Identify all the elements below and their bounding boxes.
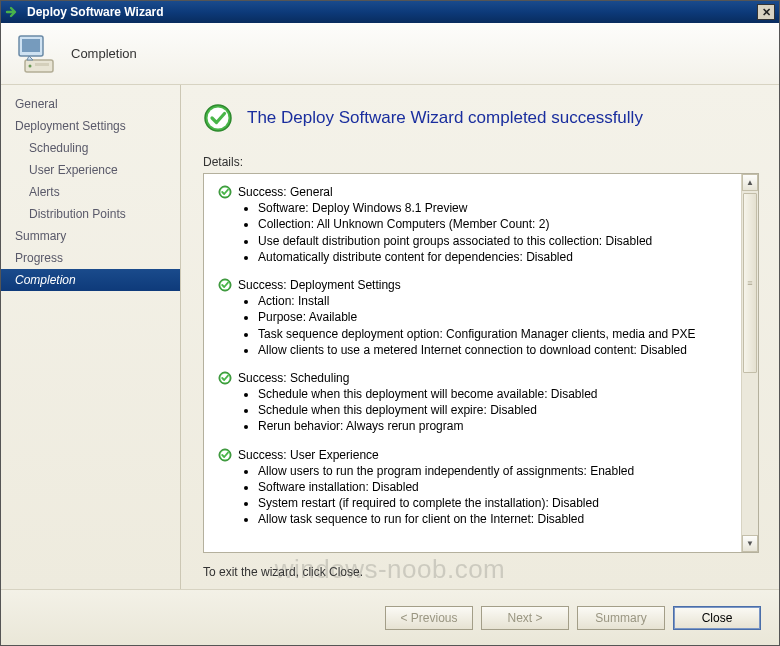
success-check-icon [218, 278, 232, 292]
wizard-header: Completion [1, 23, 779, 85]
exit-note: To exit the wizard, click Close. [203, 565, 759, 579]
detail-item: Allow users to run the program independe… [258, 463, 735, 479]
detail-item: Schedule when this deployment will becom… [258, 386, 735, 402]
close-icon: ✕ [762, 6, 771, 19]
window-title: Deploy Software Wizard [27, 5, 164, 19]
sidebar-item-general[interactable]: General [1, 93, 180, 115]
main-panel: The Deploy Software Wizard completed suc… [181, 85, 779, 589]
detail-item: Software: Deploy Windows 8.1 Preview [258, 200, 735, 216]
success-check-icon [218, 185, 232, 199]
sidebar-item-scheduling[interactable]: Scheduling [1, 137, 180, 159]
sidebar: General Deployment Settings Scheduling U… [1, 85, 181, 589]
scroll-down-button[interactable]: ▼ [742, 535, 758, 552]
section-general: Success: General Software: Deploy Window… [218, 184, 735, 265]
detail-item: Use default distribution point groups as… [258, 233, 735, 249]
window-close-button[interactable]: ✕ [757, 4, 775, 20]
section-scheduling: Success: Scheduling Schedule when this d… [218, 370, 735, 435]
detail-item: System restart (if required to complete … [258, 495, 735, 511]
section-user-experience: Success: User Experience Allow users to … [218, 447, 735, 528]
scroll-thumb[interactable] [743, 193, 757, 373]
detail-item: Software installation: Disabled [258, 479, 735, 495]
scroll-up-button[interactable]: ▲ [742, 174, 758, 191]
completion-headline: The Deploy Software Wizard completed suc… [203, 103, 759, 133]
details-box: Success: General Software: Deploy Window… [203, 173, 759, 553]
detail-item: Schedule when this deployment will expir… [258, 402, 735, 418]
detail-item: Rerun behavior: Always rerun program [258, 418, 735, 434]
section-deployment-settings: Success: Deployment Settings Action: Ins… [218, 277, 735, 358]
sidebar-item-completion[interactable]: Completion [1, 269, 180, 291]
wizard-footer: < Previous Next > Summary Close [1, 589, 779, 645]
wizard-arrow-icon [5, 4, 21, 20]
sidebar-item-user-experience[interactable]: User Experience [1, 159, 180, 181]
svg-rect-4 [35, 63, 49, 66]
svg-rect-1 [22, 39, 40, 52]
section-title: Success: Scheduling [238, 370, 349, 386]
section-title: Success: User Experience [238, 447, 379, 463]
success-check-icon [218, 371, 232, 385]
sidebar-item-alerts[interactable]: Alerts [1, 181, 180, 203]
detail-item: Automatically distribute content for dep… [258, 249, 735, 265]
next-button[interactable]: Next > [481, 606, 569, 630]
summary-button[interactable]: Summary [577, 606, 665, 630]
section-title: Success: Deployment Settings [238, 277, 401, 293]
detail-item: Action: Install [258, 293, 735, 309]
sidebar-item-summary[interactable]: Summary [1, 225, 180, 247]
sidebar-item-deployment-settings[interactable]: Deployment Settings [1, 115, 180, 137]
completion-headline-text: The Deploy Software Wizard completed suc… [247, 108, 643, 128]
titlebar: Deploy Software Wizard ✕ [1, 1, 779, 23]
section-title: Success: General [238, 184, 333, 200]
details-label: Details: [203, 155, 759, 169]
sidebar-item-distribution-points[interactable]: Distribution Points [1, 203, 180, 225]
svg-point-3 [29, 64, 32, 67]
scrollbar[interactable]: ▲ ▼ [741, 174, 758, 552]
detail-item: Allow task sequence to run for client on… [258, 511, 735, 527]
detail-item: Collection: All Unknown Computers (Membe… [258, 216, 735, 232]
success-check-icon [203, 103, 233, 133]
details-content: Success: General Software: Deploy Window… [204, 174, 741, 552]
wizard-body: General Deployment Settings Scheduling U… [1, 85, 779, 589]
success-check-icon [218, 448, 232, 462]
computer-icon [15, 32, 59, 76]
detail-item: Allow clients to use a metered Internet … [258, 342, 735, 358]
previous-button[interactable]: < Previous [385, 606, 473, 630]
step-title: Completion [71, 46, 137, 61]
close-button[interactable]: Close [673, 606, 761, 630]
sidebar-item-progress[interactable]: Progress [1, 247, 180, 269]
detail-item: Task sequence deployment option: Configu… [258, 326, 735, 342]
scroll-track[interactable] [742, 191, 758, 535]
detail-item: Purpose: Available [258, 309, 735, 325]
